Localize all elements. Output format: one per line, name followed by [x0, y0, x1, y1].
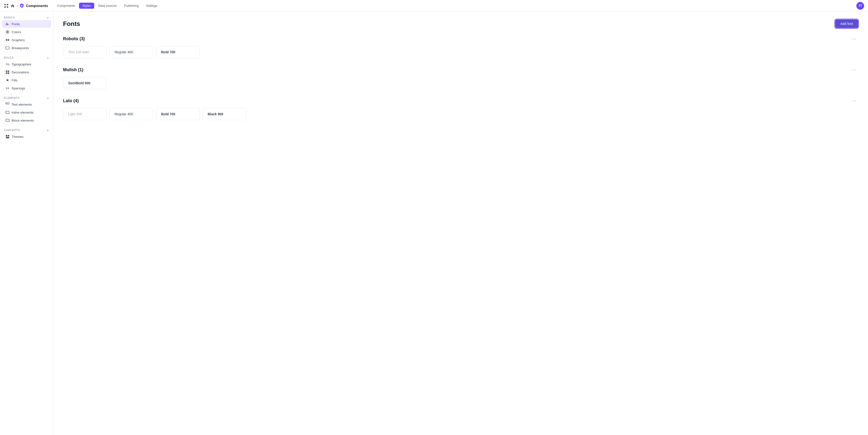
sidebar-item-themes[interactable]: Themes: [2, 133, 51, 140]
colors-icon: [5, 30, 10, 34]
page-header: Fonts Add font: [63, 20, 858, 28]
fills-icon: [5, 78, 10, 82]
sidebar-item-text-elements[interactable]: Text elements: [2, 101, 51, 108]
svg-rect-1: [7, 4, 8, 5]
tab-data-sources[interactable]: Data sources: [95, 3, 120, 9]
sidebar-item-spacings[interactable]: Spacings: [2, 84, 51, 92]
font-card-lato-regular[interactable]: Regular 400: [110, 108, 153, 120]
sidebar-item-label-themes: Themes: [12, 135, 24, 138]
font-group-more-mulish[interactable]: ···: [850, 66, 858, 74]
font-card-label: SemiBold 600: [68, 81, 90, 85]
chevron-concepts: ▲: [47, 129, 49, 132]
svg-rect-20: [6, 103, 8, 104]
sidebar-item-label-text-elements: Text elements: [12, 103, 32, 106]
chevron-basics: ▲: [47, 16, 49, 19]
inline-elements-icon: [5, 110, 10, 114]
font-group-lato: Lato (4) ··· Light 300 Regular 400 Bold …: [63, 97, 858, 120]
sidebar-item-label-breakpoints: Breakpoints: [12, 46, 29, 50]
topnav-right: TT: [856, 2, 864, 10]
brand: Components: [19, 3, 48, 8]
graphics-icon: [5, 38, 10, 42]
tab-components[interactable]: Components: [54, 3, 79, 9]
add-font-button[interactable]: Add font: [835, 20, 858, 28]
avatar[interactable]: TT: [856, 2, 864, 10]
font-cards-roboto: Thin 100 Italic Regular 400 Bold 700: [63, 46, 858, 58]
svg-rect-25: [8, 135, 9, 136]
topnav-left: › Components: [4, 3, 48, 8]
topnav-tabs: Components Styles Data sources Publishin…: [54, 3, 161, 9]
sidebar-item-label-fonts: Fonts: [12, 22, 20, 26]
sidebar-item-block-elements[interactable]: Block elements: [2, 116, 51, 124]
sidebar-item-graphics[interactable]: Graphics: [2, 36, 51, 44]
font-card-label: Regular 400: [115, 50, 133, 54]
chevron-rules: ▲: [47, 57, 49, 59]
svg-rect-3: [7, 6, 8, 8]
sidebar-item-label-decorations: Decorations: [12, 70, 29, 74]
layout: BASICS ▲ A a Fonts Colors: [0, 12, 868, 435]
svg-rect-10: [6, 47, 9, 49]
sidebar-item-inline-elements[interactable]: Inline elements: [2, 108, 51, 116]
decorations-icon: [5, 70, 10, 74]
breakpoints-icon: [5, 46, 10, 50]
svg-rect-26: [6, 137, 9, 138]
tab-settings[interactable]: Settings: [143, 3, 161, 9]
sidebar-item-colors[interactable]: Colors: [2, 28, 51, 36]
page-title: Fonts: [63, 20, 80, 28]
brand-name: Components: [26, 4, 48, 8]
font-group-more-roboto[interactable]: ···: [850, 35, 858, 43]
font-card-lato-bold[interactable]: Bold 700: [156, 108, 200, 120]
font-card-label: Bold 700: [161, 112, 175, 116]
typographies-icon: Aa: [5, 62, 10, 66]
section-header-elements: ELEMENTS ▲: [0, 95, 53, 100]
themes-icon: [5, 134, 10, 139]
sidebar-item-label-graphics: Graphics: [12, 38, 25, 42]
font-group-mulish: Mulish (1) ··· SemiBold 600: [63, 66, 858, 89]
sidebar-item-fonts[interactable]: A a Fonts: [2, 20, 51, 28]
font-group-header-roboto: Roboto (3) ···: [63, 35, 858, 43]
font-group-roboto: Roboto (3) ··· Thin 100 Italic Regular 4…: [63, 35, 858, 58]
sidebar-item-breakpoints[interactable]: Breakpoints: [2, 44, 51, 52]
svg-rect-24: [6, 135, 7, 136]
font-cards-lato: Light 300 Regular 400 Bold 700 Black 900: [63, 108, 858, 120]
font-card-label: Regular 400: [115, 112, 133, 116]
topnav: › Components Components Styles Data sour…: [0, 0, 868, 12]
grid-icon[interactable]: [4, 3, 9, 8]
font-cards-mulish: SemiBold 600: [63, 77, 858, 89]
svg-rect-0: [4, 4, 6, 5]
sidebar-item-label-fills: Fills: [12, 78, 18, 82]
section-label-concepts: CONCEPTS: [4, 129, 20, 132]
font-card-lato-light[interactable]: Light 300: [63, 108, 106, 120]
font-group-more-lato[interactable]: ···: [850, 97, 858, 105]
fonts-icon: A a: [5, 22, 10, 26]
section-label-basics: BASICS: [4, 16, 15, 19]
svg-rect-21: [6, 111, 9, 113]
tab-styles[interactable]: Styles: [79, 3, 94, 9]
svg-rect-9: [8, 39, 9, 41]
svg-text:Aa: Aa: [6, 63, 9, 66]
tab-publishing[interactable]: Publishing: [121, 3, 142, 9]
section-header-rules: RULES ▲: [0, 55, 53, 60]
font-group-header-mulish: Mulish (1) ···: [63, 66, 858, 74]
sidebar-item-typographies[interactable]: Aa Typographies: [2, 60, 51, 68]
home-icon[interactable]: [10, 3, 15, 8]
svg-rect-2: [4, 6, 6, 8]
font-card-roboto-regular[interactable]: Regular 400: [110, 46, 153, 58]
sidebar-item-label-colors: Colors: [12, 30, 21, 34]
font-card-label: Bold 700: [161, 50, 175, 54]
font-card-roboto-bold[interactable]: Bold 700: [156, 46, 200, 58]
text-elements-icon: [5, 102, 10, 107]
svg-text:a: a: [7, 23, 9, 26]
section-label-rules: RULES: [4, 56, 13, 59]
main-content: Fonts Add font Roboto (3) ··· Thin 100 I…: [53, 12, 868, 435]
svg-rect-13: [8, 70, 9, 72]
font-group-title-mulish: Mulish (1): [63, 67, 83, 72]
sidebar-item-fills[interactable]: Fills: [2, 76, 51, 84]
font-card-mulish-semibold[interactable]: SemiBold 600: [63, 77, 106, 89]
svg-rect-12: [6, 70, 7, 72]
sidebar-item-decorations[interactable]: Decorations: [2, 68, 51, 76]
font-group-title-lato: Lato (4): [63, 98, 79, 103]
font-card-roboto-thin[interactable]: Thin 100 Italic: [63, 46, 106, 58]
sidebar-item-label-block-elements: Block elements: [12, 119, 34, 122]
font-card-lato-black[interactable]: Black 900: [203, 108, 246, 120]
font-card-label: Black 900: [208, 112, 223, 116]
